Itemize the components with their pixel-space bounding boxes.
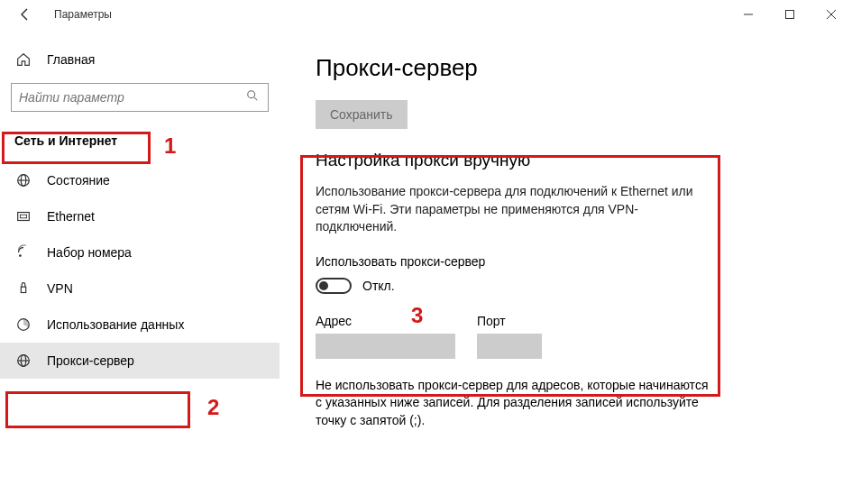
proxy-toggle-label: Использовать прокси-сервер: [316, 254, 816, 269]
sidebar-item-label: Ethernet: [47, 209, 95, 224]
port-input[interactable]: [477, 334, 542, 359]
svg-line-5: [254, 97, 258, 101]
sidebar-item-status[interactable]: Состояние: [0, 162, 279, 198]
minimize-button[interactable]: [728, 0, 769, 29]
ethernet-icon: [14, 207, 32, 225]
address-label: Адрес: [316, 314, 455, 328]
svg-rect-12: [21, 287, 25, 292]
search-icon: [246, 89, 259, 105]
address-input[interactable]: [316, 334, 455, 359]
proxy-icon: [14, 352, 32, 370]
back-button[interactable]: [14, 4, 36, 25]
search-input[interactable]: [19, 90, 261, 105]
vpn-icon: [14, 279, 32, 298]
save-button[interactable]: Сохранить: [316, 100, 408, 129]
manual-section-description: Использование прокси-сервера для подключ…: [316, 183, 712, 236]
sidebar-item-dialup[interactable]: Набор номера: [0, 234, 279, 270]
port-label: Порт: [477, 314, 542, 328]
sidebar-home[interactable]: Главная: [0, 43, 279, 76]
exclusion-description: Не использовать прокси-сервер для адресо…: [316, 377, 712, 430]
toggle-knob: [319, 281, 328, 290]
main-content: Прокси-сервер Сохранить Настройка прокси…: [279, 29, 852, 504]
sidebar-home-label: Главная: [47, 52, 95, 67]
sidebar-item-label: Состояние: [47, 173, 110, 188]
svg-point-11: [19, 254, 22, 257]
sidebar-section-header: Сеть и Интернет: [0, 126, 132, 155]
sidebar-item-label: Прокси-сервер: [47, 353, 134, 368]
sidebar-item-vpn[interactable]: VPN: [0, 270, 279, 307]
proxy-toggle[interactable]: [316, 278, 352, 294]
datausage-icon: [14, 316, 32, 334]
status-icon: [14, 171, 32, 189]
sidebar-item-ethernet[interactable]: Ethernet: [0, 198, 279, 234]
sidebar-item-label: Использование данных: [47, 317, 184, 332]
maximize-button[interactable]: [769, 0, 811, 29]
svg-point-4: [248, 91, 255, 98]
close-button[interactable]: [811, 0, 852, 29]
titlebar: Параметры: [0, 0, 852, 29]
svg-rect-10: [20, 215, 26, 218]
sidebar-item-proxy[interactable]: Прокси-сервер: [0, 343, 279, 379]
search-box[interactable]: [11, 83, 269, 112]
sidebar: Главная Сеть и Интернет Состояние Ethern…: [0, 29, 279, 504]
svg-rect-9: [18, 213, 30, 221]
sidebar-item-label: VPN: [47, 281, 73, 296]
page-title: Прокси-сервер: [316, 54, 816, 82]
window-title: Параметры: [54, 8, 112, 21]
svg-rect-1: [786, 11, 794, 19]
window-controls: [728, 0, 852, 29]
dialup-icon: [14, 243, 32, 261]
sidebar-item-datausage[interactable]: Использование данных: [0, 307, 279, 343]
proxy-toggle-state: Откл.: [362, 279, 395, 293]
sidebar-item-label: Набор номера: [47, 245, 132, 260]
manual-section-heading: Настройка прокси вручную: [316, 151, 816, 170]
home-icon: [14, 50, 32, 69]
